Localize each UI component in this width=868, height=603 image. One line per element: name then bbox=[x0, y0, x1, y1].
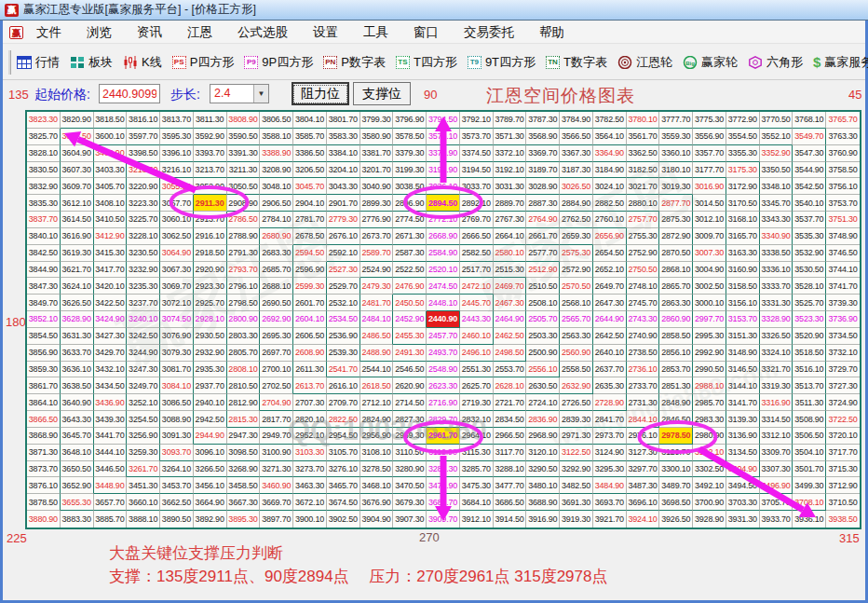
grid-cell: 3626.50 bbox=[61, 295, 94, 311]
grid-cell: 3729.70 bbox=[826, 362, 860, 378]
toolbar-item-P四方形[interactable]: PSP四方形 bbox=[172, 54, 235, 71]
menu-item-9[interactable]: 交易委托 bbox=[464, 24, 514, 41]
sector-blocks-icon bbox=[70, 56, 85, 69]
grid-cell: 3333.70 bbox=[760, 278, 793, 295]
grid-cell: 3074.50 bbox=[160, 311, 194, 328]
toolbar-item-P数字表[interactable]: PNP数字表 bbox=[323, 54, 386, 71]
grid-cell: 3727.30 bbox=[826, 377, 860, 394]
grid-cell: 3895.30 bbox=[227, 511, 261, 528]
grid-cell: 2740.90 bbox=[627, 328, 660, 345]
grid-cell: 3463.30 bbox=[293, 477, 327, 494]
menu-item-5[interactable]: 公式选股 bbox=[237, 24, 288, 41]
grid-cell: 2661.70 bbox=[526, 228, 560, 245]
grid-cell: 2546.50 bbox=[393, 362, 427, 378]
menu-item-1[interactable]: 文件 bbox=[36, 24, 61, 41]
toolbar-item-label: K线 bbox=[142, 54, 162, 71]
toolbar-item-板块[interactable]: 板块 bbox=[70, 54, 113, 71]
grid-cell: 3789.70 bbox=[494, 112, 527, 129]
grid-cell: 3146.50 bbox=[726, 362, 760, 378]
grid-cell: 3237.70 bbox=[127, 295, 160, 311]
grid-cell: 3616.90 bbox=[61, 228, 94, 245]
grid-cell: 3170.50 bbox=[726, 195, 760, 212]
grid-cell: 2666.50 bbox=[460, 228, 494, 245]
grid-cell: 3612.10 bbox=[61, 195, 94, 212]
grid-cell: 3741.70 bbox=[826, 278, 860, 295]
grid-cell: 3916.90 bbox=[526, 511, 560, 528]
grid-cell: 3307.30 bbox=[760, 461, 793, 478]
grid-cell: 2620.90 bbox=[393, 377, 427, 394]
start-price-input[interactable] bbox=[99, 84, 160, 103]
grid-cell: 3376.90 bbox=[427, 145, 460, 162]
toolbar-item-赢家服务[interactable]: $赢家服务 bbox=[813, 54, 868, 71]
grid-cell: 3141.70 bbox=[726, 394, 760, 411]
grid-cell: 3062.50 bbox=[160, 228, 194, 245]
grid-cell: 3600.10 bbox=[94, 129, 128, 145]
grid-cell: 3460.90 bbox=[260, 477, 293, 494]
grid-cell: 3352.90 bbox=[760, 145, 793, 162]
toolbar-item-行情[interactable]: 行情 bbox=[17, 54, 60, 71]
grid-cell: 3888.10 bbox=[127, 511, 160, 528]
toolbar-item-江恩轮[interactable]: 江恩轮 bbox=[617, 54, 672, 71]
grid-cell: 3619.30 bbox=[61, 245, 94, 262]
step-combobox[interactable]: 2.4 ▼ bbox=[210, 84, 269, 103]
grid-cell: 3652.90 bbox=[61, 477, 94, 494]
grid-cell: 2462.50 bbox=[494, 328, 527, 345]
grid-cell: 2520.10 bbox=[427, 262, 460, 279]
grid-cell: 3645.70 bbox=[61, 428, 94, 445]
grid-cell: 2896.90 bbox=[393, 195, 427, 212]
grid-cell: 2714.50 bbox=[393, 394, 427, 411]
grid-cell: 3506.50 bbox=[793, 428, 826, 445]
grid-cell: 3820.90 bbox=[61, 112, 94, 129]
grid-cell: 3614.50 bbox=[61, 212, 94, 228]
toolbar-item-9T四方形[interactable]: T99T四方形 bbox=[468, 54, 536, 71]
toolbar-item-K线[interactable]: K线 bbox=[123, 54, 162, 71]
menu-item-2[interactable]: 浏览 bbox=[87, 24, 112, 41]
grid-cell: 3535.30 bbox=[793, 228, 826, 245]
grid-cell: 3115.30 bbox=[460, 445, 494, 461]
grid-cell: 3638.50 bbox=[61, 377, 94, 394]
grid-cell: 2637.70 bbox=[593, 362, 627, 378]
menu-item-4[interactable]: 江恩 bbox=[187, 24, 212, 41]
menu-item-6[interactable]: 设置 bbox=[313, 24, 338, 41]
toolbar-item-T四方形[interactable]: TST四方形 bbox=[396, 54, 457, 71]
grid-cell: 2577.70 bbox=[526, 245, 560, 262]
menu-item-10[interactable]: 帮助 bbox=[539, 24, 564, 41]
grid-cell: 3739.30 bbox=[826, 295, 860, 311]
grid-cell: 2774.50 bbox=[393, 212, 427, 228]
grid-cell: 3679.30 bbox=[393, 494, 427, 511]
toolbar-item-T数字表[interactable]: TNT数字表 bbox=[546, 54, 607, 71]
support-button[interactable]: 支撑位 bbox=[353, 82, 411, 105]
menu-item-8[interactable]: 窗口 bbox=[414, 24, 439, 41]
grid-cell: 2721.70 bbox=[494, 394, 527, 411]
grid-cell: 2630.50 bbox=[526, 377, 560, 394]
grid-cell: 3859.30 bbox=[27, 362, 61, 378]
grid-cell: 3369.70 bbox=[526, 145, 560, 162]
grid-cell: 3818.50 bbox=[94, 112, 128, 129]
grid-cell: 3036.10 bbox=[427, 178, 460, 195]
grid-cell: 3571.30 bbox=[494, 129, 527, 145]
toolbar-item-六角形[interactable]: 六角形 bbox=[748, 54, 803, 71]
grid-cell: 2990.50 bbox=[693, 362, 726, 378]
toolbar-item-赢家轮[interactable]: Big赢家轮 bbox=[683, 54, 738, 71]
grid-cell: 2784.10 bbox=[260, 212, 293, 228]
grid-cell: 2755.30 bbox=[627, 228, 660, 245]
grid-cell: 3794.50 bbox=[427, 112, 460, 129]
menu-item-3[interactable]: 资讯 bbox=[137, 24, 162, 41]
grid-cell: 2724.10 bbox=[526, 394, 560, 411]
menu-item-7[interactable]: 工具 bbox=[363, 24, 388, 41]
grid-cell: 3518.50 bbox=[793, 345, 826, 362]
grid-cell: 3290.50 bbox=[526, 461, 560, 478]
grid-cell: 2940.10 bbox=[194, 394, 227, 411]
chevron-down-icon[interactable]: ▼ bbox=[253, 85, 268, 103]
toolbar-item-9P四方形[interactable]: P99P四方形 bbox=[244, 54, 313, 71]
grid-cell: 2589.70 bbox=[360, 245, 394, 262]
grid-cell: 3273.70 bbox=[293, 461, 327, 478]
resistance-button[interactable]: 阻力位 bbox=[292, 82, 349, 105]
grid-cell: 3573.70 bbox=[460, 129, 494, 145]
grid-cell: 3643.30 bbox=[61, 411, 94, 428]
grid-cell: 2769.70 bbox=[460, 212, 494, 228]
grid-cell: 3734.50 bbox=[826, 328, 860, 345]
grid-cell: 2702.50 bbox=[260, 377, 293, 394]
grid-cell: 3864.10 bbox=[27, 394, 61, 411]
grid-cell: 3552.10 bbox=[760, 129, 793, 145]
